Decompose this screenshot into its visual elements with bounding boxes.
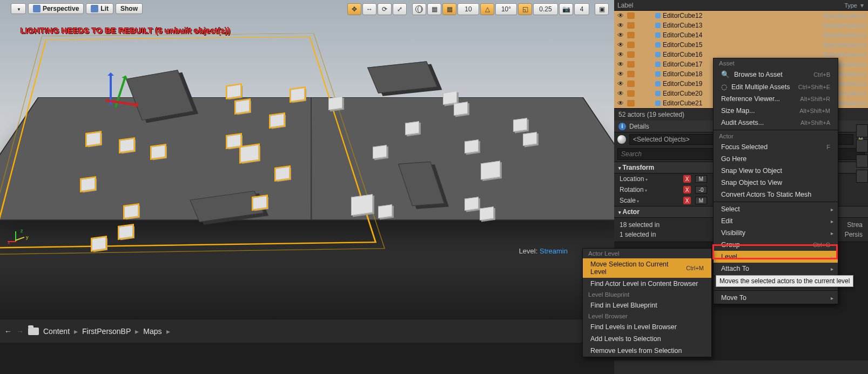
dock-tab[interactable] [856, 155, 868, 168]
ctx-snap-object-to-view[interactable]: Snap Object to View [714, 177, 838, 189]
viewport-toolbar-right: ✥ ↔ ⟳ ⤢ ▦ ▦ 10 △ 10° ◱ 0.25 📷 4 ▣ [347, 3, 609, 15]
ctx-snap-view-to-object[interactable]: Snap View to Object [714, 165, 838, 177]
context-group-level-browser: Level Browser [583, 311, 711, 321]
ctx-remove-levels-from-selection[interactable]: Remove Levels from Selection [583, 345, 711, 357]
ctx-find-levels-in-browser[interactable]: Find Levels in Level Browser [583, 321, 711, 333]
outliner-row[interactable]: 👁EditorCube14StaticMeshActor [614, 30, 868, 40]
label-column-header[interactable]: Label [617, 2, 844, 9]
actor-icon [627, 22, 635, 29]
eye-icon[interactable]: 👁 [616, 61, 625, 68]
surface-snap-icon[interactable]: ▦ [427, 3, 441, 15]
transform-scale-icon[interactable]: ⤢ [393, 3, 407, 15]
ctx-edit-multiple-assets[interactable]: ◌Edit Multiple AssetsCtrl+Shift+E [714, 81, 838, 93]
camera-speed-icon[interactable]: 📷 [559, 3, 573, 15]
context-menu-level: Actor Level Move Selection to Current Le… [582, 248, 712, 357]
dock-tab[interactable] [856, 170, 868, 183]
rotation-value[interactable]: -0 [695, 186, 707, 193]
ctx-size-map[interactable]: Size Map...Alt+Shift+M [714, 105, 838, 117]
eye-icon[interactable]: 👁 [616, 12, 625, 19]
viewmode-dropdown[interactable] [11, 3, 26, 14]
eye-icon[interactable]: 👁 [616, 41, 625, 49]
content-breadcrumb: ← → Content ▸ FirstPersonBP ▸ Maps ▸ [0, 319, 614, 343]
chevron-right-icon: ▸ [166, 327, 170, 336]
eye-icon[interactable]: 👁 [616, 31, 625, 39]
scale-label[interactable]: Scale [620, 197, 679, 204]
rotation-label[interactable]: Rotation [620, 186, 679, 193]
eye-icon[interactable]: 👁 [616, 51, 625, 58]
angle-snap-icon[interactable]: △ [480, 3, 494, 15]
outliner-row[interactable]: 👁EditorCube15StaticMeshActor [614, 40, 868, 50]
ctx-add-levels-to-selection[interactable]: Add Levels to Selection [583, 333, 711, 345]
actor-icon [627, 90, 635, 97]
actor-icon [627, 32, 635, 38]
ctx-edit-submenu[interactable]: Edit [714, 215, 838, 227]
ctx-go-here[interactable]: Go Here [714, 153, 838, 165]
location-value[interactable]: M [695, 175, 707, 183]
right-dock-strip [856, 124, 868, 183]
grid-snap-value[interactable]: 10 [457, 3, 479, 15]
actor-icon [627, 61, 635, 68]
ctx-move-selection-to-current-level[interactable]: Move Selection to Current LevelCtrl+M [583, 258, 711, 278]
coord-space-icon[interactable] [412, 3, 426, 15]
eye-icon[interactable]: 👁 [616, 90, 625, 97]
mesh-icon [655, 32, 661, 38]
axis-widget: z y x [8, 229, 29, 251]
scale-snap-icon[interactable]: ◱ [518, 3, 532, 15]
actor-icon [627, 81, 635, 87]
ctx-select-submenu[interactable]: Select [714, 203, 838, 215]
ctx-level-submenu[interactable]: Level [714, 251, 838, 263]
lit-button[interactable]: Lit [86, 3, 113, 14]
folder-root[interactable] [28, 328, 39, 335]
forward-button[interactable]: → [16, 327, 24, 336]
ctx-audit-assets[interactable]: Audit Assets...Alt+Shift+A [714, 117, 838, 129]
chevron-down-icon[interactable]: ▾ [859, 2, 865, 9]
eye-icon[interactable]: 👁 [616, 99, 625, 107]
eye-icon[interactable]: 👁 [616, 22, 625, 29]
cube-icon [33, 5, 41, 12]
ctx-find-actor-level[interactable]: Find Actor Level in Content Browser [583, 278, 711, 290]
edit-icon: ◌ [721, 83, 727, 91]
viewport-3d[interactable]: Perspective Lit Show ✥ ↔ ⟳ ⤢ ▦ ▦ 10 △ 10… [0, 0, 614, 319]
transform-rotate-icon[interactable]: ⟳ [378, 3, 392, 15]
ctx-visibility-submenu[interactable]: Visibility [714, 227, 838, 239]
scale-value[interactable]: M [695, 197, 707, 204]
breadcrumb-item[interactable]: Content [43, 327, 70, 336]
show-button[interactable]: Show [116, 3, 143, 14]
outliner-row[interactable]: 👁EditorCube13StaticMeshActor [614, 21, 868, 30]
angle-snap-value[interactable]: 10° [495, 3, 517, 15]
ctx-attach-to-submenu[interactable]: Attach To [714, 263, 838, 275]
maximize-viewport-icon[interactable]: ▣ [595, 3, 609, 15]
ctx-move-to-submenu[interactable]: Move To [714, 292, 838, 304]
transform-move-icon[interactable]: ↔ [362, 3, 376, 15]
mesh-icon [655, 23, 661, 28]
ctx-find-in-level-blueprint[interactable]: Find in Level Blueprint [583, 299, 711, 311]
grid-snap-icon[interactable]: ▦ [442, 3, 456, 15]
location-label[interactable]: Location [620, 175, 679, 183]
transform-select-icon[interactable]: ✥ [347, 3, 361, 15]
perspective-button[interactable]: Perspective [28, 3, 84, 14]
back-button[interactable]: ← [4, 327, 12, 336]
dock-tab[interactable] [856, 124, 868, 137]
camera-speed-value[interactable]: 4 [574, 3, 589, 15]
scale-snap-value[interactable]: 0.25 [533, 3, 558, 15]
x-badge: X [683, 175, 691, 183]
search-icon: 🔍 [721, 70, 730, 78]
breadcrumb-item[interactable]: FirstPersonBP [82, 327, 131, 336]
tooltip: Moves the selected actors to the current… [716, 275, 853, 287]
outliner-row[interactable]: 👁EditorCube12StaticMeshActor [614, 11, 868, 21]
eye-icon[interactable]: 👁 [616, 80, 625, 88]
ctx-browse-to-asset[interactable]: 🔍Browse to AssetCtrl+B [714, 68, 838, 81]
dock-tab[interactable] [856, 139, 868, 152]
breadcrumb-item[interactable]: Maps [143, 327, 162, 336]
ctx-convert-to-static-mesh[interactable]: Convert Actors To Static Mesh [714, 189, 838, 201]
ctx-group[interactable]: GroupCtrl+G [714, 239, 838, 251]
type-column-header[interactable]: Type [844, 2, 859, 9]
actor-icon [627, 71, 635, 77]
transform-gizmo[interactable] [95, 70, 143, 119]
ctx-reference-viewer[interactable]: Reference Viewer...Alt+Shift+R [714, 93, 838, 105]
ctx-focus-selected[interactable]: Focus SelectedF [714, 141, 838, 153]
mesh-icon [655, 71, 661, 77]
eye-icon[interactable]: 👁 [616, 70, 625, 78]
actor-icon [627, 42, 635, 48]
lit-label: Lit [100, 5, 109, 12]
